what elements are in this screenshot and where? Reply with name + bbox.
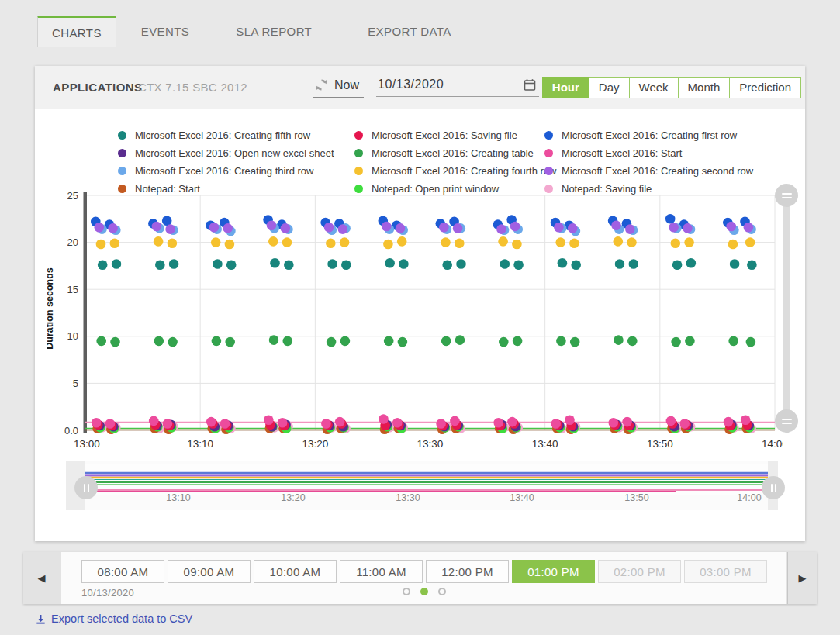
legend-dot-creating-table [354, 149, 363, 157]
svg-text:13:50: 13:50 [647, 438, 673, 450]
left-arrow-icon: ◀ [38, 572, 46, 584]
svg-text:20: 20 [67, 236, 78, 248]
page-title: APPLICATIONS [53, 81, 142, 94]
legend-label-third-row: Microsoft Excel 2016: Creating third row [135, 165, 313, 177]
legend-item-first-row[interactable]: Microsoft Excel 2016: Creating first row [544, 126, 753, 144]
download-icon [35, 613, 47, 625]
svg-text:10: 10 [67, 330, 78, 342]
svg-text:25: 25 [67, 190, 78, 202]
tab-sla-report[interactable]: SLA REPORT [222, 16, 326, 47]
svg-text:13:00: 13:00 [74, 438, 100, 450]
range-button-month[interactable]: Month [678, 77, 731, 98]
export-csv-link[interactable]: Export selected data to CSV [35, 613, 192, 625]
legend-dot-saving-file [354, 131, 363, 140]
legend-dot-fifth-row [118, 131, 126, 140]
svg-text:13:20: 13:20 [302, 438, 328, 450]
legend-dot-second-row [544, 167, 553, 175]
range-button-day[interactable]: Day [589, 77, 630, 98]
hour-button-08-00-am[interactable]: 08:00 AM [81, 560, 164, 583]
hour-button-09-00-am[interactable]: 09:00 AM [168, 560, 251, 583]
range-button-prediction[interactable]: Prediction [729, 77, 801, 98]
hour-panel: 08:00 AM09:00 AM10:00 AM11:00 AM12:00 PM… [61, 552, 786, 604]
date-input[interactable]: 10/13/2020 [376, 76, 539, 97]
legend-item-open-new-sheet[interactable]: Microsoft Excel 2016: Open new excel she… [118, 144, 354, 162]
legend-item-creating-table[interactable]: Microsoft Excel 2016: Creating table [354, 144, 544, 162]
vertical-slider-handle-top[interactable] [775, 184, 798, 207]
overview-timeline[interactable]: 13:1013:2013:3013:4013:5014:00 [66, 461, 778, 510]
right-arrow-icon: ▶ [799, 572, 807, 584]
hour-button-02-00-pm[interactable]: 02:00 PM [598, 560, 681, 583]
svg-text:13:10: 13:10 [166, 492, 190, 503]
overview-svg: 13:1013:2013:3013:4013:5014:00 [66, 461, 778, 510]
hour-button-12-00-pm[interactable]: 12:00 PM [426, 560, 509, 583]
legend-item-fifth-row[interactable]: Microsoft Excel 2016: Creating fifth row [118, 126, 354, 144]
legend-dot-third-row [118, 167, 126, 175]
page-subtitle: CTX 7.15 SBC 2012 [138, 81, 247, 94]
refresh-icon [314, 78, 329, 92]
legend-label-excel-start: Microsoft Excel 2016: Start [562, 147, 682, 159]
date-value: 10/13/2020 [378, 78, 444, 91]
hour-button-11-00-am[interactable]: 11:00 AM [340, 560, 423, 583]
tab-bar: CHARTSEVENTSSLA REPORTEXPORT DATA [37, 16, 465, 47]
legend-label-fourth-row: Microsoft Excel 2016: Creating fourth ro… [372, 165, 556, 177]
main-chart-svg: 0.051015202513:0013:1013:2013:3013:4013:… [47, 184, 783, 459]
legend-dot-excel-start [544, 149, 553, 157]
vertical-slider-track[interactable] [783, 195, 790, 433]
svg-text:13:20: 13:20 [281, 492, 305, 503]
previous-hours-button[interactable]: ◀ [23, 552, 60, 604]
range-button-week[interactable]: Week [629, 77, 679, 98]
svg-text:13:50: 13:50 [624, 492, 648, 503]
legend-dot-fourth-row [354, 167, 363, 175]
now-label: Now [334, 78, 359, 92]
svg-text:13:40: 13:40 [510, 492, 534, 503]
legend-dot-first-row [544, 131, 553, 140]
pagination-dot-1[interactable] [403, 588, 410, 595]
hour-button-03-00-pm[interactable]: 03:00 PM [684, 560, 767, 583]
pagination-dots [61, 588, 786, 595]
hour-button-01-00-pm[interactable]: 01:00 PM [512, 560, 595, 583]
hour-button-row: 08:00 AM09:00 AM10:00 AM11:00 AM12:00 PM… [81, 560, 767, 583]
svg-text:13:40: 13:40 [532, 438, 558, 450]
tab-charts[interactable]: CHARTS [37, 16, 116, 47]
svg-text:14:00: 14:00 [737, 492, 761, 503]
calendar-icon[interactable] [524, 78, 536, 91]
legend-label-fifth-row: Microsoft Excel 2016: Creating fifth row [135, 129, 310, 141]
legend-label-second-row: Microsoft Excel 2016: Creating second ro… [562, 165, 753, 177]
legend-label-open-new-sheet: Microsoft Excel 2016: Open new excel she… [135, 147, 334, 159]
tab-events[interactable]: EVENTS [127, 16, 203, 47]
hour-selector-bar: ◀ 08:00 AM09:00 AM10:00 AM11:00 AM12:00 … [23, 552, 817, 604]
legend-label-saving-file: Microsoft Excel 2016: Saving file [372, 129, 517, 141]
export-csv-label: Export selected data to CSV [51, 613, 192, 625]
svg-text:13:30: 13:30 [396, 492, 420, 503]
legend-item-saving-file[interactable]: Microsoft Excel 2016: Saving file [354, 126, 544, 144]
svg-text:13:30: 13:30 [417, 438, 444, 450]
svg-text:13:10: 13:10 [187, 438, 213, 450]
vertical-slider-handle-bottom[interactable] [775, 409, 798, 433]
legend-item-excel-start[interactable]: Microsoft Excel 2016: Start [544, 144, 753, 162]
hour-button-10-00-am[interactable]: 10:00 AM [254, 560, 337, 583]
legend-label-first-row: Microsoft Excel 2016: Creating first row [562, 129, 737, 141]
legend-item-third-row[interactable]: Microsoft Excel 2016: Creating third row [118, 162, 354, 180]
legend-dot-open-new-sheet [118, 149, 126, 157]
brush-handle-left[interactable] [74, 476, 98, 499]
svg-text:0.0: 0.0 [64, 425, 78, 437]
legend-item-fourth-row[interactable]: Microsoft Excel 2016: Creating fourth ro… [354, 162, 544, 180]
svg-text:15: 15 [67, 284, 78, 295]
next-hours-button[interactable]: ▶ [787, 552, 817, 604]
range-button-group: HourDayWeekMonthPrediction [543, 77, 801, 98]
svg-text:5: 5 [73, 378, 78, 389]
brush-handle-right[interactable] [762, 476, 785, 499]
pagination-dot-3[interactable] [438, 588, 446, 595]
legend-item-second-row[interactable]: Microsoft Excel 2016: Creating second ro… [544, 162, 753, 180]
vertical-zoom-slider [773, 184, 804, 447]
tab-export-data[interactable]: EXPORT DATA [354, 16, 465, 47]
chart-card: APPLICATIONS CTX 7.15 SBC 2012 Now 10/13… [35, 66, 805, 541]
card-header: APPLICATIONS CTX 7.15 SBC 2012 Now 10/13… [35, 66, 805, 109]
legend-label-creating-table: Microsoft Excel 2016: Creating table [372, 147, 534, 159]
pagination-dot-2[interactable] [420, 588, 428, 595]
refresh-now-button[interactable]: Now [313, 76, 364, 98]
svg-text:Duration seconds: Duration seconds [47, 267, 55, 350]
range-button-hour[interactable]: Hour [542, 77, 589, 98]
